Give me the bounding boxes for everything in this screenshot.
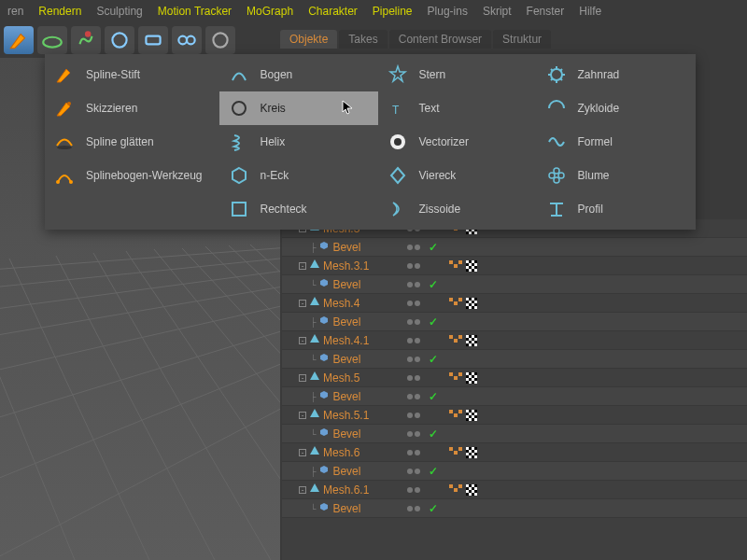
visibility-dots[interactable]: [399, 375, 429, 381]
tag-icon[interactable]: [449, 298, 462, 309]
menu-rendern[interactable]: Rendern: [38, 5, 81, 18]
menu-sculpting[interactable]: Sculpting: [96, 5, 142, 18]
tab-objekte[interactable]: Objekte: [280, 30, 337, 49]
object-name: Mesh.3.1: [323, 259, 369, 273]
tag-icon[interactable]: [449, 484, 462, 496]
spline-rechteck[interactable]: Rechteck: [219, 192, 378, 226]
check-icon: ✓: [429, 465, 438, 478]
spline-profil[interactable]: Profil: [537, 192, 696, 226]
visibility-dots[interactable]: [399, 319, 429, 325]
visibility-dots[interactable]: [399, 301, 429, 306]
spline-helix[interactable]: Helix: [219, 125, 378, 159]
spline-stern[interactable]: Stern: [378, 58, 537, 91]
spline-zykloide[interactable]: Zykloide: [537, 91, 696, 125]
visibility-dots[interactable]: [399, 282, 429, 287]
smooth-icon: [54, 132, 75, 152]
spline-blume[interactable]: Blume: [537, 159, 696, 192]
object-row[interactable]: ├Bevel✓: [282, 238, 747, 257]
expand-toggle[interactable]: -: [299, 486, 306, 494]
object-row[interactable]: -Mesh.6: [282, 443, 747, 462]
object-row[interactable]: └Bevel✓: [282, 425, 747, 443]
visibility-dots[interactable]: [399, 431, 429, 437]
tag-icon[interactable]: [449, 447, 462, 458]
visibility-dots[interactable]: [399, 263, 429, 269]
spline-spline-glätten[interactable]: Spline glätten: [45, 125, 219, 159]
spline-viereck[interactable]: Viereck: [378, 159, 537, 192]
spline-bogen[interactable]: Bogen: [219, 58, 378, 91]
object-row[interactable]: └Bevel✓: [282, 275, 747, 294]
tag-icon[interactable]: [449, 372, 462, 384]
toolbar-icon-3[interactable]: [71, 26, 101, 54]
toolbar-icon-6[interactable]: [172, 26, 202, 54]
spline-splinebogen-werkzeug[interactable]: Splinebogen-Werkzeug: [45, 159, 219, 192]
object-row[interactable]: ├Bevel✓: [282, 387, 747, 406]
object-row[interactable]: └Bevel✓: [282, 499, 747, 518]
menu-item-label: Stern: [419, 68, 446, 81]
hexagon-icon: [229, 165, 249, 186]
object-row[interactable]: -Mesh.4: [282, 294, 747, 313]
object-row[interactable]: -Mesh.5: [282, 369, 747, 387]
spline-skizzieren[interactable]: Skizzieren: [45, 91, 219, 125]
visibility-dots[interactable]: [399, 487, 429, 493]
visibility-dots[interactable]: [399, 245, 429, 250]
texture-tag-icon[interactable]: [466, 410, 477, 421]
menu-ren[interactable]: ren: [7, 5, 23, 18]
texture-tag-icon[interactable]: [466, 298, 477, 309]
menu-hilfe[interactable]: Hilfe: [579, 5, 601, 18]
tab-content-browser[interactable]: Content Browser: [389, 30, 491, 49]
menu-skript[interactable]: Skript: [483, 5, 512, 18]
expand-toggle[interactable]: -: [299, 300, 306, 307]
object-row[interactable]: └Bevel✓: [282, 350, 747, 369]
tag-icon[interactable]: [449, 335, 462, 346]
texture-tag-icon[interactable]: [466, 372, 477, 384]
tab-takes[interactable]: Takes: [339, 30, 387, 49]
object-row[interactable]: -Mesh.4.1: [282, 331, 747, 350]
pen-orange-icon: [54, 64, 75, 85]
visibility-dots[interactable]: [399, 469, 429, 474]
helix-icon: [229, 132, 249, 152]
menu-charakter[interactable]: Charakter: [308, 5, 358, 18]
menu-motion tracker[interactable]: Motion Tracker: [158, 5, 232, 18]
spline-zissoide[interactable]: Zissoide: [378, 192, 537, 226]
spline-spline-stift[interactable]: Spline-Stift: [45, 58, 219, 91]
menu-pipeline[interactable]: Pipeline: [373, 5, 413, 18]
expand-toggle[interactable]: -: [299, 449, 306, 456]
spline-formel[interactable]: Formel: [537, 125, 696, 159]
object-name: Mesh.5.1: [323, 409, 369, 422]
object-row[interactable]: ├Bevel✓: [282, 313, 747, 331]
tag-icon[interactable]: [449, 260, 462, 272]
visibility-dots[interactable]: [399, 394, 429, 399]
spline-text[interactable]: TText: [378, 91, 537, 125]
pen-tool-icon[interactable]: [4, 26, 34, 54]
texture-tag-icon[interactable]: [466, 335, 477, 346]
expand-toggle[interactable]: -: [299, 374, 306, 382]
menu-plug-ins[interactable]: Plug-ins: [428, 5, 468, 18]
menu-mograph[interactable]: MoGraph: [247, 5, 293, 18]
spline-n-eck[interactable]: n-Eck: [219, 159, 378, 192]
tab-struktur[interactable]: Struktur: [493, 30, 551, 49]
visibility-dots[interactable]: [399, 506, 429, 511]
menu-fenster[interactable]: Fenster: [527, 5, 565, 18]
expand-toggle[interactable]: -: [299, 262, 306, 270]
toolbar-icon-4[interactable]: [105, 26, 134, 54]
object-row[interactable]: -Mesh.3.1: [282, 257, 747, 275]
svg-point-6: [213, 33, 227, 47]
object-row[interactable]: -Mesh.6.1: [282, 481, 747, 499]
texture-tag-icon[interactable]: [466, 484, 477, 496]
visibility-dots[interactable]: [399, 450, 429, 455]
tag-icon[interactable]: [449, 410, 462, 421]
toolbar-icon-5[interactable]: [138, 26, 168, 54]
spline-zahnrad[interactable]: Zahnrad: [537, 58, 696, 91]
visibility-dots[interactable]: [399, 338, 429, 343]
spline-vectorizer[interactable]: Vectorizer: [378, 125, 537, 159]
expand-toggle[interactable]: -: [299, 337, 306, 344]
visibility-dots[interactable]: [399, 357, 429, 362]
visibility-dots[interactable]: [399, 413, 429, 418]
object-row[interactable]: -Mesh.5.1: [282, 406, 747, 425]
texture-tag-icon[interactable]: [466, 260, 477, 272]
texture-tag-icon[interactable]: [466, 447, 477, 458]
expand-toggle[interactable]: -: [299, 412, 306, 419]
toolbar-icon-7[interactable]: [205, 26, 235, 54]
toolbar-icon-2[interactable]: [37, 26, 67, 54]
object-row[interactable]: ├Bevel✓: [282, 462, 747, 481]
